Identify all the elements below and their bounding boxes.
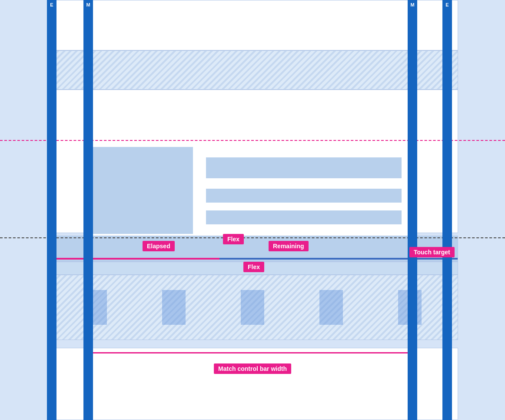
col-badge-m-right: M (408, 0, 417, 10)
col-guide-e-left (47, 0, 56, 420)
col-badge-e-left: E (47, 0, 56, 10)
progress-section (47, 236, 458, 262)
flex-badge-bottom-container: Flex (243, 262, 264, 272)
black-dashed-guideline (0, 237, 505, 238)
flex-badge-bottom: Flex (243, 262, 264, 272)
pink-dashed-guideline (0, 140, 505, 141)
section-top-white (47, 0, 458, 50)
right-margin-panel (452, 0, 505, 420)
col-guide-m-right (408, 0, 417, 420)
content-card (93, 140, 408, 236)
bottom-section (47, 348, 458, 420)
section-hatched-top (47, 50, 458, 90)
match-control-badge: Match control bar width (214, 363, 291, 374)
thumbnail-placeholder (93, 147, 193, 234)
col-guide-e-right (442, 0, 452, 420)
icon-box-2 (162, 290, 186, 325)
bottom-pink-guideline (93, 352, 408, 353)
hatched-icon-row (47, 275, 458, 340)
text-row-body (206, 210, 402, 224)
left-margin-panel (0, 0, 47, 420)
progress-elapsed-fill (47, 258, 219, 260)
col-badge-m-left: M (83, 0, 93, 10)
text-row-subtitle (206, 189, 402, 203)
progress-remaining-fill (219, 258, 458, 260)
col-guide-m-left (83, 0, 93, 420)
icon-box-3 (241, 290, 264, 325)
col-badge-e-right: E (442, 0, 452, 10)
icon-box-4 (319, 290, 343, 325)
match-control-badge-container: Match control bar width (214, 363, 291, 374)
text-row-title (206, 157, 402, 178)
